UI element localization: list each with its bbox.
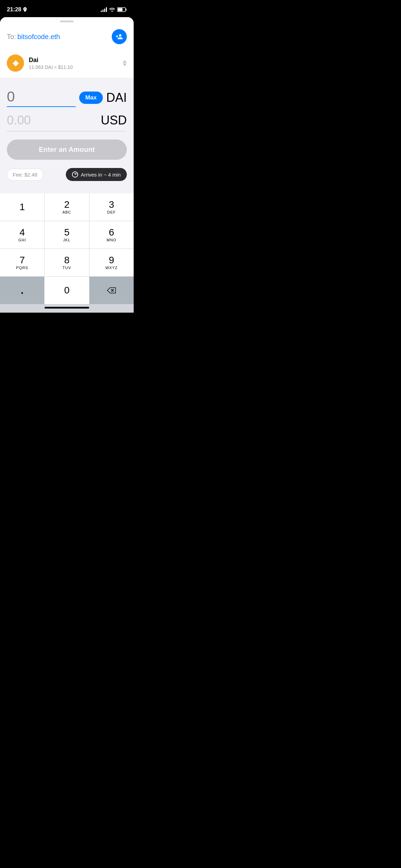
main-sheet: To: bitsofcode.eth ◈ Dai 11.063 DAI ≈ $1… [0, 17, 134, 313]
svg-text:◈: ◈ [12, 59, 19, 67]
token-name: Dai [29, 57, 73, 64]
key-3[interactable]: 3 DEF [89, 193, 134, 221]
key-0-number: 0 [64, 286, 70, 295]
key-8-number: 8 [64, 255, 70, 265]
dai-input-row: Max DAI [7, 88, 127, 107]
key-6-number: 6 [109, 228, 114, 237]
key-9-letters: WXYZ [105, 266, 118, 270]
key-dot[interactable]: . [0, 277, 44, 304]
to-label: To: [7, 33, 16, 41]
signal-icon [101, 7, 107, 12]
svg-rect-2 [118, 8, 123, 11]
amount-input-wrapper [7, 88, 76, 107]
clock-icon [72, 171, 78, 178]
battery-icon [117, 7, 127, 12]
amount-section: Max DAI 0.00 USD Enter an Amount Fee: $2… [0, 78, 134, 193]
sheet-handle[interactable] [0, 17, 134, 25]
key-dot-symbol: . [21, 285, 23, 296]
key-1[interactable]: 1 [0, 193, 44, 221]
dai-amount-input[interactable] [7, 88, 76, 107]
key-9[interactable]: 9 WXYZ [89, 249, 134, 276]
home-bar [45, 307, 89, 309]
key-6-letters: MNO [107, 238, 117, 242]
token-balance: 11.063 DAI ≈ $11.10 [29, 64, 73, 70]
status-icons [101, 7, 127, 12]
usd-label: USD [101, 113, 127, 128]
status-time: 21:28 [7, 6, 21, 13]
key-2-number: 2 [64, 200, 70, 209]
add-contact-icon [116, 33, 123, 40]
key-2[interactable]: 2 ABC [45, 193, 89, 221]
home-indicator [0, 304, 134, 313]
key-7[interactable]: 7 PQRS [0, 249, 44, 276]
token-chevron[interactable] [123, 60, 127, 66]
dai-label: DAI [106, 91, 127, 105]
key-4[interactable]: 4 GHI [0, 221, 44, 249]
handle-bar [60, 21, 74, 22]
key-backspace[interactable] [89, 277, 134, 304]
key-4-letters: GHI [18, 238, 26, 242]
key-8[interactable]: 8 TUV [45, 249, 89, 276]
usd-row: 0.00 USD [7, 109, 127, 131]
token-icon: ◈ [7, 55, 24, 72]
dai-logo: ◈ [7, 55, 24, 72]
max-button[interactable]: Max [79, 92, 103, 104]
key-3-letters: DEF [107, 210, 116, 214]
svg-rect-1 [126, 9, 126, 11]
to-address: bitsofcode.eth [17, 33, 60, 41]
key-9-number: 9 [109, 255, 114, 265]
key-5-number: 5 [64, 228, 70, 237]
key-4-number: 4 [20, 228, 25, 237]
key-6[interactable]: 6 MNO [89, 221, 134, 249]
key-7-letters: PQRS [16, 266, 28, 270]
fee-badge: Fee: $2.48 [7, 169, 43, 181]
key-1-number: 1 [20, 202, 25, 212]
enter-amount-button[interactable]: Enter an Amount [7, 140, 127, 160]
key-2-letters: ABC [62, 210, 71, 214]
chevron-down-icon [123, 63, 127, 66]
wifi-icon [109, 7, 115, 12]
status-bar: 21:28 [0, 0, 134, 17]
key-3-number: 3 [109, 200, 114, 209]
key-5[interactable]: 5 JKL [45, 221, 89, 249]
usd-amount: 0.00 [7, 113, 31, 128]
token-info: Dai 11.063 DAI ≈ $11.10 [29, 57, 73, 70]
chevron-up-icon [123, 60, 127, 63]
key-0[interactable]: 0 [45, 277, 89, 304]
key-8-letters: TUV [62, 266, 71, 270]
arrival-badge: Arrives in ~ 4 min [66, 168, 127, 181]
backspace-icon [107, 287, 116, 294]
token-left: ◈ Dai 11.063 DAI ≈ $11.10 [7, 55, 73, 72]
add-contact-button[interactable] [112, 29, 127, 44]
fee-row: Fee: $2.48 Arrives in ~ 4 min [7, 168, 127, 186]
to-row: To: bitsofcode.eth [0, 25, 134, 50]
key-7-number: 7 [20, 255, 25, 265]
token-selector-row[interactable]: ◈ Dai 11.063 DAI ≈ $11.10 [0, 50, 134, 78]
numpad: 1 2 ABC 3 DEF 4 GHI 5 JKL 6 MNO 7 PQRS 8 [0, 193, 134, 304]
location-icon [23, 7, 27, 12]
arrival-text: Arrives in ~ 4 min [81, 172, 121, 178]
key-5-letters: JKL [63, 238, 71, 242]
